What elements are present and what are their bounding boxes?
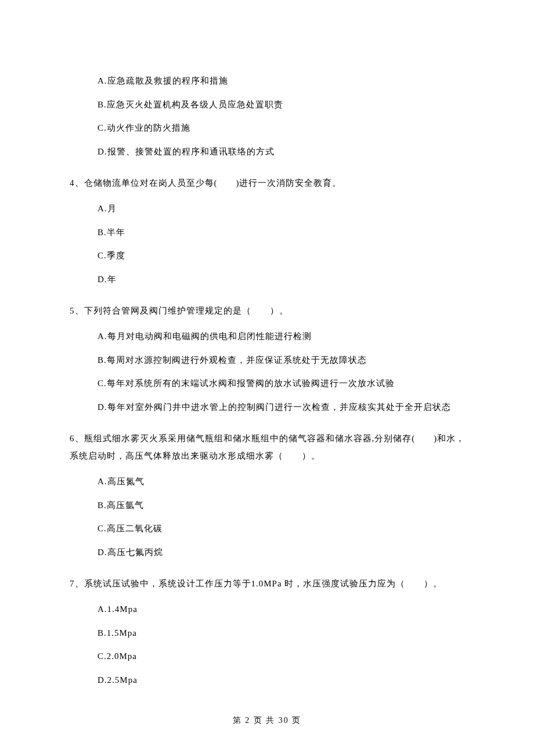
q3-option-c: C.动火作业的防火措施 [98,121,467,135]
q7-stem: 7、系统试压试验中，系统设计工作压力等于1.0MPa 时，水压强度试验压力应为（… [70,575,467,592]
q4-option-d: D.年 [98,273,467,286]
page-footer: 第 2 页 共 30 页 [0,715,534,726]
q4-option-c: C.季度 [98,249,467,262]
q6-option-d: D.高压七氟丙烷 [98,546,467,559]
q5-option-b: B.每周对水源控制阀进行外观检查，并应保证系统处于无故障状态 [98,354,467,367]
q4-option-b: B.半年 [98,226,467,239]
q4-stem: 4、仓储物流单位对在岗人员至少每( )进行一次消防安全教育。 [70,174,467,192]
q5-stem: 5、下列符合管网及阀门维护管理规定的是（ ）。 [70,302,467,319]
q5-option-a: A.每月对电动阀和电磁阀的供电和启闭性能进行检测 [98,330,467,343]
page-content: A.应急疏散及救援的程序和措施 B.应急灭火处置机构及各级人员应急处置职责 C.… [0,0,534,686]
q7-option-d: D.2.5Mpa [98,674,467,687]
q6-option-c: C.高压二氧化碳 [98,522,467,535]
q5-option-d: D.每年对室外阀门井中进水管上的控制阀门进行一次检查，并应核实其处于全开启状态 [98,401,467,414]
q6-stem: 6、瓶组式细水雾灭火系采用储气瓶组和储水瓶组中的储气容器和储水容器,分别储存( … [70,430,467,465]
q7-option-a: A.1.4Mpa [98,603,467,616]
q3-option-a: A.应急疏散及救援的程序和措施 [98,74,467,88]
q5-option-c: C.每年对系统所有的末端试水阀和报警阀的放水试验阀进行一次放水试验 [98,377,467,390]
q7-option-c: C.2.0Mpa [98,650,467,663]
q3-option-b: B.应急灭火处置机构及各级人员应急处置职责 [98,98,467,111]
q6-option-a: A.高压氮气 [98,475,467,488]
q4-option-a: A.月 [98,202,467,215]
q6-option-b: B.高压氩气 [98,499,467,512]
q3-option-d: D.报警、接警处置的程序和通讯联络的方式 [98,145,467,159]
q7-option-b: B.1.5Mpa [98,627,467,640]
